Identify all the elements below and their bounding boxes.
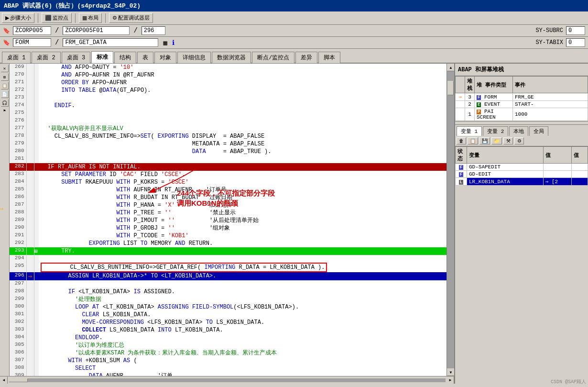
tab-browser[interactable]: 数据浏览器: [212, 52, 251, 63]
code-content[interactable]: WITH R_BUDAT IN RT_BUDAT '过账日期: [39, 194, 446, 201]
tab-desktop2[interactable]: 桌面 2: [32, 52, 60, 63]
code-content[interactable]: MOVE-CORRESPONDING <LFS_KOB1N_DATA> TO L…: [39, 319, 446, 326]
tab-table[interactable]: 表: [137, 52, 153, 63]
code-content[interactable]: WITH P_HANA = 'X' '加速选择: [39, 201, 446, 209]
tab-script[interactable]: 脚本: [318, 52, 340, 63]
code-content[interactable]: [39, 94, 446, 102]
code-content[interactable]: [39, 255, 446, 263]
scroll-down-btn[interactable]: ▼: [447, 368, 454, 376]
code-content[interactable]: SET PARAMETER ID 'CAC' FIELD 'CSCE'.: [39, 171, 446, 178]
var-tab-global[interactable]: 全局: [529, 126, 548, 136]
keyword: ASSIGNING: [158, 304, 189, 310]
var-tab-1[interactable]: 变量 1: [457, 126, 482, 136]
code-content[interactable]: WITH P_TREE = '' '禁止显示: [39, 209, 446, 217]
hscroll-left-btn[interactable]: ◄: [0, 376, 8, 384]
code-content[interactable]: ASSIGN LR_KOB1N_DATA->* TO <LT_KOB1N_DAT…: [39, 272, 446, 280]
keyword: WITH: [116, 194, 130, 201]
close-icon[interactable]: ✕: [1, 65, 9, 72]
tab-desktop1[interactable]: 桌面 1: [2, 52, 31, 63]
scroll-thumb[interactable]: [447, 81, 454, 95]
code-content[interactable]: CL_SALV_BS_RUNTIME_INFO=>GET_DATA_REF( I…: [39, 263, 446, 272]
var-tab-2[interactable]: 变量 2: [483, 126, 508, 136]
code-content[interactable]: [39, 155, 446, 163]
code-content[interactable]: WITH P_GROBJ = '' '组对象: [39, 224, 446, 232]
headphone-icon[interactable]: 🎧: [1, 99, 9, 107]
var-tool-btn[interactable]: ⚒: [503, 137, 513, 144]
code-content[interactable]: ENDLOOP.: [39, 334, 446, 342]
code-content[interactable]: INTO TABLE @DATA(GT_AFPO).: [39, 87, 446, 94]
tab-standard[interactable]: 标准: [91, 51, 113, 63]
scroll-up-btn[interactable]: ▲: [447, 64, 454, 71]
program-field[interactable]: ZCORP005: [13, 26, 51, 35]
scroll-track[interactable]: [447, 71, 454, 368]
expand-icon[interactable]: ▦: [163, 39, 167, 47]
tab-structure[interactable]: 结构: [114, 52, 136, 63]
code-content[interactable]: AND AFPO~AUFNR IN @RT_AUFNR: [39, 71, 446, 79]
code-content[interactable]: DATA AUFNR, '订单: [39, 372, 446, 376]
sy-tabix-value[interactable]: 0: [566, 38, 585, 47]
code-content[interactable]: DATA = ABAP_TRUE ).: [39, 148, 446, 155]
var-tab-local[interactable]: 本地: [509, 126, 528, 136]
code-content[interactable]: [39, 280, 446, 288]
tab-desktop3[interactable]: 桌面 3: [62, 52, 90, 63]
code-content[interactable]: WITH P_TCODE = 'KOB1': [39, 232, 446, 240]
code-content[interactable]: SUBMIT RKAEPUUU WITH P_KOKRS = 'CSCE': [39, 178, 446, 186]
code-content[interactable]: '获取ALV内容并且不显示ALV: [39, 125, 446, 133]
code-content[interactable]: ENDIF.: [39, 102, 446, 110]
code-content[interactable]: '处理数据: [39, 296, 446, 303]
expand-code-icon[interactable]: ⊞: [1, 73, 9, 81]
tab-object[interactable]: 对象: [154, 52, 176, 63]
panel-divider[interactable]: [455, 121, 588, 125]
tab-detail[interactable]: 详细信息: [177, 52, 211, 63]
code-content[interactable]: EXPORTING LIST TO MEMORY AND RETURN.: [39, 240, 446, 247]
hscroll-right-btn[interactable]: ►: [446, 376, 454, 384]
monitor-button[interactable]: ⬛ 监控点: [42, 13, 72, 23]
copy-icon[interactable]: 📋: [1, 82, 9, 89]
vertical-scrollbar[interactable]: ▲ ▼: [446, 64, 454, 376]
code-content[interactable]: CL_SALV_BS_RUNTIME_INFO=>SET( EXPORTING …: [39, 133, 446, 140]
extra-icon[interactable]: ⚑: [3, 109, 6, 113]
table-row: 276: [10, 117, 446, 125]
code-content[interactable]: ORDER BY AFPO~AUFNR: [39, 79, 446, 87]
hscroll-thumb[interactable]: [9, 378, 28, 382]
code-content[interactable]: '以订单为维度汇总: [39, 342, 446, 349]
line-field[interactable]: 296: [142, 26, 165, 35]
code-content[interactable]: AND AFPO~DAUTY = '10': [39, 64, 446, 71]
var-save-btn[interactable]: 💾: [479, 137, 490, 144]
var-delete-btn[interactable]: 🗑: [457, 137, 466, 144]
code-content[interactable]: [39, 110, 446, 117]
line-marker: [26, 102, 34, 110]
code-content[interactable]: WITH +KOB1N_SUM AS (: [39, 357, 446, 365]
var-config-btn[interactable]: ⚙: [514, 137, 524, 144]
stack-row: 2E EVENTSTART-: [456, 101, 588, 108]
tab-breakpoint[interactable]: 断点/监控点: [252, 52, 294, 63]
form-type-field[interactable]: FORM: [13, 38, 51, 47]
sy-subrc-value[interactable]: 0: [566, 26, 585, 35]
code-content[interactable]: IF RT_AUFNR IS NOT INITIAL.: [39, 163, 446, 171]
code-content[interactable]: WITH P_IMOUT = '' '从后处理清单开始: [39, 217, 446, 224]
form-field[interactable]: ZCORP005F01: [63, 26, 130, 35]
code-content[interactable]: [39, 117, 446, 125]
code-content[interactable]: WITH AUFNR IN RT_AUFNR '订单号: [39, 186, 446, 194]
form-name-field[interactable]: FRM_GET_DATA: [63, 38, 158, 47]
var-open-btn[interactable]: 📁: [491, 137, 502, 144]
code-content[interactable]: '以成本要素KSTAR 为条件获取：累计入库金额、当期入库金额、累计生产成本: [39, 349, 446, 357]
horizontal-scrollbar[interactable]: ◄ ►: [0, 376, 454, 384]
config-debugger-button[interactable]: ⚙ 配置调试器层: [109, 13, 153, 23]
code-content[interactable]: COLLECT LS_KOB1N_DATA INTO LT_KOB1N_DATA…: [39, 326, 446, 334]
code-content[interactable]: LOOP AT <LT_KOB1N_DATA> ASSIGNING FIELD-…: [39, 303, 446, 311]
info-icon[interactable]: ℹ: [172, 39, 174, 47]
step-size-button[interactable]: ▶ 步骤大小: [2, 13, 34, 23]
paste-icon[interactable]: 📄: [1, 90, 9, 98]
code-content[interactable]: METADATA = ABAP_FALSE: [39, 140, 446, 148]
code-content[interactable]: CLEAR LS_KOB1N_DATA.: [39, 311, 446, 319]
var-copy-btn[interactable]: 📋: [468, 137, 478, 144]
code-scroll[interactable]: 269 AND AFPO~DAUTY = '10'270 AND AFPO~AU…: [10, 64, 446, 376]
tab-diff[interactable]: 差异: [295, 52, 317, 63]
layout-button[interactable]: ▦ 布局: [79, 13, 102, 23]
code-content[interactable]: TRY.: [39, 247, 446, 255]
keyword: DATA: [103, 87, 117, 94]
hscroll-track[interactable]: [9, 378, 446, 382]
code-content[interactable]: IF <LT_KOB1N_DATA> IS ASSIGNED.: [39, 288, 446, 296]
code-content[interactable]: SELECT: [39, 365, 446, 372]
